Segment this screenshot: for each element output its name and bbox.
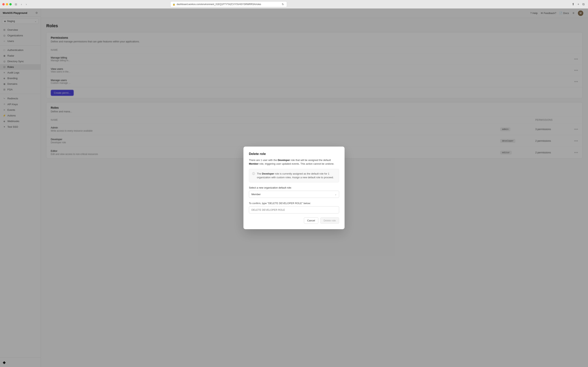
modal-buttons: Cancel Delete role	[249, 217, 339, 224]
select-label: Select a new organization default role:	[249, 186, 339, 189]
info-icon: ⓘ	[252, 172, 255, 179]
fullscreen-button[interactable]	[9, 3, 12, 5]
info-box: ⓘ The Developer role is currently assign…	[249, 169, 339, 182]
delete-role-button[interactable]: Delete role	[320, 217, 339, 224]
main-content: ? Help ✉ Feedback? 📄 Docs ☀ M Roles Perm…	[41, 8, 588, 367]
info-box-text: The Developer role is currently assigned…	[257, 172, 336, 179]
delete-role-modal: Delete role There are 1 user with the De…	[244, 147, 344, 229]
browser-back-button[interactable]: ‹	[20, 2, 23, 6]
role-select-section: Select a new organization default role: …	[249, 186, 339, 198]
share-button[interactable]: ⬆	[571, 2, 576, 6]
copy-button[interactable]: ⧉	[581, 2, 586, 6]
sidebar-toggle-button[interactable]: ⊟	[14, 2, 18, 6]
address-bar[interactable]: 🔒 dashboard.workos.com/environment_01EQ1…	[170, 1, 287, 7]
modal-title: Delete role	[249, 152, 339, 156]
modal-role-name: Developer	[278, 158, 290, 162]
role-select-wrapper: Member ⌄	[249, 191, 339, 198]
lock-icon: 🔒	[172, 3, 175, 6]
confirm-input[interactable]	[249, 206, 339, 213]
reload-button[interactable]: ↻	[281, 2, 285, 6]
confirm-label: To confirm, type "DELETE DEVELOPER ROLE"…	[249, 202, 339, 205]
role-select[interactable]: Member	[249, 191, 339, 198]
close-button[interactable]	[2, 3, 5, 5]
minimize-button[interactable]	[6, 3, 8, 5]
modal-default-role: Member	[249, 162, 259, 165]
modal-overlay: Delete role There are 1 user with the De…	[41, 8, 588, 367]
new-tab-button[interactable]: +	[576, 2, 580, 6]
url-text: dashboard.workos.com/environment_01EQ1FT…	[176, 3, 261, 6]
confirm-section: To confirm, type "DELETE DEVELOPER ROLE"…	[249, 202, 339, 217]
cancel-button[interactable]: Cancel	[304, 217, 318, 224]
traffic-lights	[2, 3, 12, 5]
app: WorkOS Playground ⚙ ◈ Staging ⌄ ⊞ Overvi…	[0, 8, 588, 367]
browser-chrome: ⊟ ‹ › 🔒 dashboard.workos.com/environment…	[0, 0, 588, 8]
browser-forward-button[interactable]: ›	[25, 2, 28, 6]
info-role-name: Developer	[262, 172, 274, 175]
modal-description: There are 1 user with the Developer role…	[249, 158, 339, 166]
